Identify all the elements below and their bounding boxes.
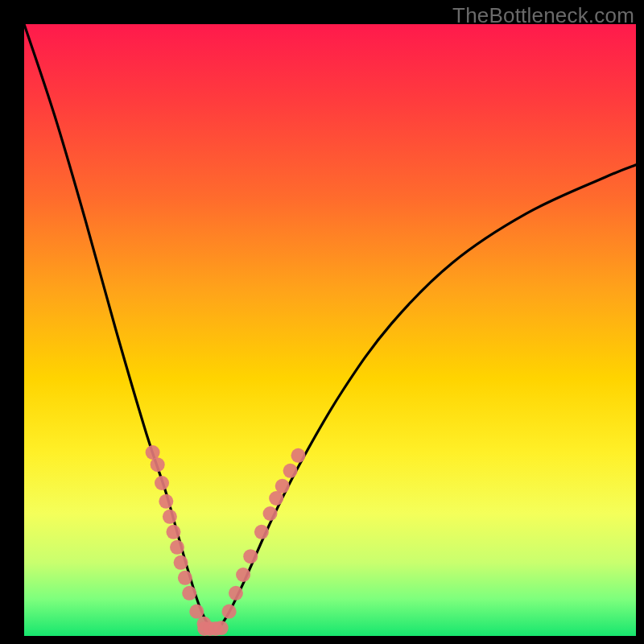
scatter-bottom-cluster <box>197 621 229 636</box>
watermark-text: TheBottleneck.com <box>452 3 634 28</box>
chart-svg <box>0 0 644 644</box>
scatter-point <box>254 525 269 539</box>
scatter-point <box>159 494 173 509</box>
scatter-point <box>163 510 177 524</box>
scatter-point <box>182 586 196 601</box>
scatter-point <box>283 464 298 478</box>
scatter-point <box>166 525 180 539</box>
scatter-point <box>214 621 229 635</box>
chart-frame: TheBottleneck.com <box>0 0 644 644</box>
scatter-point <box>236 568 250 582</box>
scatter-point <box>189 605 204 619</box>
scatter-point <box>229 586 243 601</box>
scatter-point <box>263 506 278 521</box>
scatter-point <box>291 448 305 463</box>
scatter-point <box>243 549 258 564</box>
scatter-point <box>178 571 192 585</box>
scatter-point <box>222 605 237 619</box>
scatter-point <box>170 540 184 555</box>
scatter-point <box>174 555 188 570</box>
scatter-point <box>151 457 165 472</box>
scatter-point <box>155 476 169 490</box>
scatter-point <box>275 479 290 493</box>
